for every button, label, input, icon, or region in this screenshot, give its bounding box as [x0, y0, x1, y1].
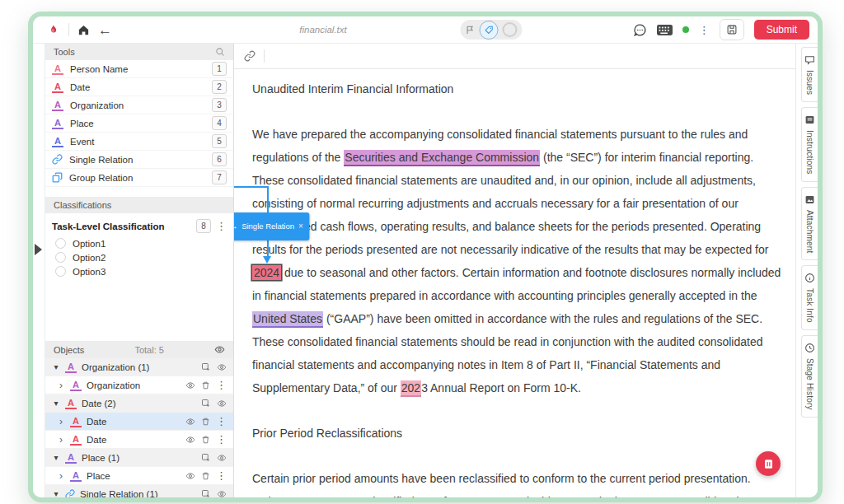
- entity-a-icon: A: [52, 118, 63, 129]
- home-icon[interactable]: [77, 24, 90, 36]
- chevron-right-icon[interactable]: ›: [57, 380, 65, 391]
- close-icon[interactable]: ×: [298, 215, 303, 238]
- keyboard-shortcuts-icon[interactable]: [657, 25, 673, 35]
- top-bar-left: ←: [46, 22, 112, 38]
- eye-icon[interactable]: [185, 471, 195, 481]
- tool-item[interactable]: Group Relation 7: [45, 169, 233, 187]
- tool-label: Event: [70, 137, 94, 147]
- select-region-icon[interactable]: [201, 489, 211, 498]
- object-row[interactable]: ▾ A Place (1): [45, 449, 233, 467]
- entity-date-highlight[interactable]: 202: [401, 380, 421, 397]
- hotkey-badge: 7: [212, 170, 227, 184]
- instructions-icon: [804, 114, 815, 125]
- back-arrow-icon[interactable]: ←: [98, 23, 112, 37]
- mode-toggle[interactable]: [461, 20, 523, 40]
- chevron-down-icon[interactable]: ▾: [52, 453, 60, 462]
- object-row[interactable]: › A Place ⋮: [45, 467, 233, 485]
- hotkey-badge: 8: [196, 219, 211, 233]
- select-region-icon[interactable]: [201, 453, 211, 463]
- chevron-right-icon[interactable]: ›: [57, 470, 65, 482]
- classification-option[interactable]: Option2: [45, 250, 233, 264]
- chevron-down-icon[interactable]: ▾: [52, 362, 60, 371]
- history-mode-icon[interactable]: [503, 22, 518, 37]
- object-label: Date: [87, 435, 106, 445]
- radio-button[interactable]: [55, 266, 66, 277]
- chevron-down-icon[interactable]: ▾: [52, 399, 60, 408]
- eye-icon[interactable]: [217, 399, 227, 408]
- select-region-icon[interactable]: [201, 399, 211, 408]
- entity-a-icon: A: [70, 434, 82, 446]
- tool-item[interactable]: Single Relation 6: [45, 151, 233, 169]
- tools-header-label: Tools: [54, 47, 75, 57]
- hotkey-badge: 2: [212, 80, 227, 94]
- item-row-actions: ⋮: [185, 380, 227, 390]
- tool-item[interactable]: A Event 5: [45, 133, 233, 151]
- item-row-actions: ⋮: [185, 470, 227, 481]
- tab-issues[interactable]: Issues: [801, 47, 818, 102]
- radio-button[interactable]: [55, 238, 66, 249]
- chevron-down-icon[interactable]: ▾: [52, 489, 60, 497]
- object-row[interactable]: › A Organization ⋮: [45, 376, 233, 394]
- trash-icon[interactable]: [201, 380, 210, 390]
- document-text: Unaudited Interim Financial Information …: [234, 69, 795, 497]
- classification-option[interactable]: Option3: [45, 264, 233, 278]
- eye-icon[interactable]: [185, 380, 195, 390]
- kebab-menu-icon[interactable]: ⋮: [216, 416, 227, 427]
- entity-organization-highlight[interactable]: Securities and Exchange Commission: [344, 150, 540, 166]
- trash-icon[interactable]: [201, 417, 210, 427]
- tool-item[interactable]: A Person Name 1: [45, 60, 233, 78]
- kebab-menu-icon[interactable]: ⋮: [216, 221, 227, 231]
- left-sidebar: Tools A Person Name 1 A Date 2: [45, 44, 234, 497]
- eye-icon[interactable]: [217, 489, 227, 498]
- classification-option[interactable]: Option1: [45, 236, 233, 250]
- eye-icon[interactable]: [214, 344, 225, 355]
- right-tab-label: Instructions: [805, 130, 814, 175]
- eye-icon[interactable]: [217, 362, 227, 372]
- object-row[interactable]: ▾ A Organization (1): [45, 358, 233, 376]
- tool-item[interactable]: A Place 4: [45, 114, 233, 133]
- kebab-menu-icon[interactable]: ⋮: [216, 434, 227, 445]
- object-label: Place: [87, 471, 110, 481]
- text-segment: 3 Annual Report on Form 10-K.: [421, 381, 581, 394]
- chevron-right-icon[interactable]: ›: [57, 434, 65, 446]
- radio-button[interactable]: [55, 252, 66, 263]
- trash-icon[interactable]: [201, 435, 210, 445]
- hotkey-badge: 6: [212, 152, 227, 166]
- trash-icon[interactable]: [201, 471, 210, 481]
- object-row[interactable]: › A Date ⋮: [45, 413, 233, 431]
- sidebar-expand-handle-icon[interactable]: [35, 244, 42, 255]
- tab-stage-history[interactable]: Stage History: [801, 335, 818, 418]
- tool-item[interactable]: A Organization 3: [45, 96, 233, 114]
- entity-date-highlight-selected[interactable]: 2024→Single Relation×: [252, 265, 281, 280]
- submit-button[interactable]: Submit: [754, 20, 809, 40]
- eye-icon[interactable]: [217, 453, 227, 463]
- comment-icon[interactable]: [633, 23, 647, 37]
- object-row[interactable]: ▾ Single Relation (1): [45, 485, 233, 497]
- kebab-menu-icon[interactable]: ⋮: [699, 25, 710, 35]
- object-row[interactable]: ▾ A Date (2): [45, 394, 233, 413]
- annotations-fab-button[interactable]: [756, 451, 781, 476]
- select-region-icon[interactable]: [201, 362, 211, 372]
- chevron-right-icon[interactable]: ›: [57, 416, 65, 427]
- kebab-menu-icon[interactable]: ⋮: [216, 470, 227, 481]
- relations-link-icon[interactable]: [244, 50, 256, 62]
- save-button[interactable]: [720, 19, 744, 40]
- relation-label[interactable]: →Single Relation×: [234, 212, 309, 240]
- tab-attachment[interactable]: Attachment: [801, 187, 818, 261]
- object-label: Date: [87, 417, 106, 427]
- link-icon: [52, 154, 63, 165]
- search-icon[interactable]: [215, 47, 225, 57]
- top-bar-right: ⋮ Submit: [633, 19, 809, 40]
- tab-task-info[interactable]: Task Info: [801, 265, 818, 330]
- label-mode-icon[interactable]: [480, 21, 499, 40]
- eye-icon[interactable]: [185, 417, 195, 427]
- object-row[interactable]: › A Date ⋮: [45, 431, 233, 449]
- entity-a-icon: A: [52, 136, 63, 147]
- kebab-menu-icon[interactable]: ⋮: [216, 380, 227, 390]
- eye-icon[interactable]: [185, 435, 195, 445]
- entity-place-highlight[interactable]: United States: [252, 311, 323, 328]
- tool-item[interactable]: A Date 2: [45, 78, 233, 96]
- group-row-actions: [201, 489, 227, 498]
- flag-icon[interactable]: [466, 25, 476, 35]
- tab-instructions[interactable]: Instructions: [801, 107, 818, 182]
